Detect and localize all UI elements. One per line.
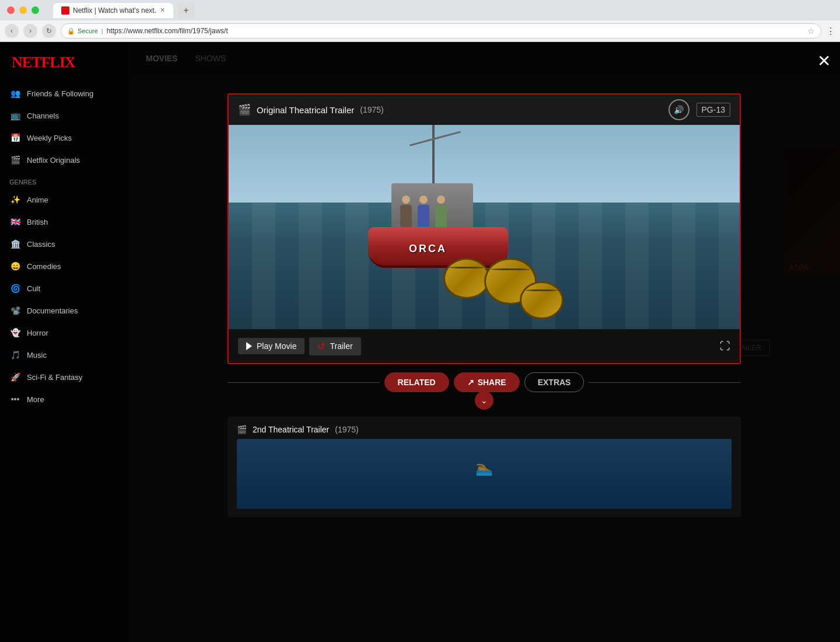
new-tab-button[interactable]: + <box>178 2 194 19</box>
sidebar-label-music: Music <box>27 351 47 360</box>
action-tabs: RELATED ↗ SHARE EXTRAS ⌄ <box>228 364 741 400</box>
trailer-button[interactable]: ↺ Trailer <box>309 337 360 355</box>
sidebar-item-classics[interactable]: 🏛️ Classics <box>0 233 128 254</box>
sidebar-label-originals: Netflix Originals <box>27 156 80 165</box>
second-trailer-title: 🎬 2nd Theatrical Trailer (1975) <box>237 425 732 434</box>
fullscreen-button[interactable]: ⛶ <box>720 340 730 353</box>
classics-icon: 🏛️ <box>9 238 21 250</box>
sidebar-item-comedies[interactable]: 😄 Comedies <box>0 256 128 277</box>
boat-hull: ORCA <box>368 227 508 268</box>
sidebar: NETFLIX 👥 Friends & Following 📺 Channels… <box>0 42 128 642</box>
swimmer-scene: 🏊 <box>237 439 732 509</box>
browser-titlebar: Netflix | Watch what's next. ✕ + <box>0 0 840 20</box>
friends-icon: 👥 <box>9 88 21 99</box>
rating-badge: PG-13 <box>696 103 730 117</box>
sidebar-item-scifi[interactable]: 🚀 Sci-Fi & Fantasy <box>0 367 128 388</box>
barrel-1 <box>443 258 490 299</box>
sidebar-label-classics: Classics <box>27 240 55 249</box>
music-icon: 🎵 <box>9 349 21 361</box>
sidebar-item-anime[interactable]: ✨ Anime <box>0 189 128 210</box>
second-trailer-year: (1975) <box>335 425 358 434</box>
sidebar-nav: 👥 Friends & Following 📺 Channels 📅 Weekl… <box>0 83 128 410</box>
close-button[interactable]: ✕ <box>817 51 831 71</box>
share-tab[interactable]: ↗ SHARE <box>454 372 520 392</box>
comedies-icon: 😄 <box>9 260 21 272</box>
sidebar-item-music[interactable]: 🎵 Music <box>0 344 128 365</box>
sidebar-label-scifi: Sci-Fi & Fantasy <box>27 373 82 382</box>
volume-button[interactable]: 🔊 <box>668 99 690 120</box>
left-divider <box>228 382 380 383</box>
documentaries-icon: 📽️ <box>9 305 21 316</box>
second-trailer-preview[interactable]: 🏊 <box>237 439 732 509</box>
trailer-label: Trailer <box>330 341 352 351</box>
player-controls: Play Movie ↺ Trailer ⛶ <box>229 329 740 363</box>
main-area: MOVIES SHOWS ATOR TRAILER ✕ 🎬 <box>128 42 840 642</box>
sidebar-item-channels[interactable]: 📺 Channels <box>0 105 128 126</box>
sidebar-item-weekly[interactable]: 📅 Weekly Picks <box>0 127 128 148</box>
tab-close-icon[interactable]: ✕ <box>160 6 165 14</box>
boat-name: ORCA <box>409 243 447 255</box>
sidebar-label-more: More <box>27 395 44 404</box>
video-player: 🎬 Original Theatrical Trailer (1975) 🔊 P… <box>228 93 741 364</box>
british-icon: 🇬🇧 <box>9 216 21 228</box>
browser-tab[interactable]: Netflix | Watch what's next. ✕ <box>53 3 173 18</box>
more-icon: ••• <box>9 393 21 405</box>
extras-tab[interactable]: EXTRAS <box>524 372 584 392</box>
minimize-dot[interactable] <box>19 6 27 14</box>
sidebar-item-horror[interactable]: 👻 Horror <box>0 322 128 343</box>
netflix-logo: NETFLIX <box>0 54 128 83</box>
address-bar: ‹ › ↻ 🔒 Secure | https://www.netflix.com… <box>0 20 840 41</box>
video-scene: ORCA <box>229 125 740 329</box>
forward-button[interactable]: › <box>23 24 37 38</box>
address-field[interactable]: 🔒 Secure | https://www.netflix.com/film/… <box>61 23 821 39</box>
sidebar-item-british[interactable]: 🇬🇧 British <box>0 211 128 232</box>
originals-icon: 🎬 <box>9 154 21 166</box>
browser-chrome: Netflix | Watch what's next. ✕ + ‹ › ↻ 🔒… <box>0 0 840 42</box>
boat-container: ORCA <box>356 151 520 268</box>
barrel-3 <box>520 281 564 319</box>
sidebar-label-comedies: Comedies <box>27 262 61 271</box>
video-modal: 🎬 Original Theatrical Trailer (1975) 🔊 P… <box>228 93 741 517</box>
sidebar-item-friends[interactable]: 👥 Friends & Following <box>0 83 128 104</box>
sidebar-label-weekly: Weekly Picks <box>27 134 72 142</box>
related-tab[interactable]: RELATED <box>384 372 449 392</box>
expand-button[interactable]: ⌄ <box>475 391 494 410</box>
play-movie-button[interactable]: Play Movie <box>238 338 304 354</box>
url-text: https://www.netflix.com/film/1975/jaws/t <box>107 27 228 35</box>
refresh-icon: ↺ <box>317 341 325 352</box>
play-icon <box>246 342 252 350</box>
swimmer-icon: 🏊 <box>475 460 493 476</box>
tab-title: Netflix | Watch what's next. <box>73 6 156 15</box>
player-right: 🔊 PG-13 <box>668 99 730 120</box>
back-button[interactable]: ‹ <box>5 24 19 38</box>
sidebar-item-cult[interactable]: 🌀 Cult <box>0 278 128 299</box>
second-trailer: 🎬 2nd Theatrical Trailer (1975) 🏊 <box>228 417 741 517</box>
maximize-dot[interactable] <box>32 6 39 14</box>
secure-icon: 🔒 <box>67 27 75 35</box>
refresh-button[interactable]: ↻ <box>42 24 56 38</box>
player-title-area: 🎬 Original Theatrical Trailer (1975) <box>238 103 384 116</box>
scifi-icon: 🚀 <box>9 371 21 383</box>
sidebar-item-originals[interactable]: 🎬 Netflix Originals <box>0 149 128 170</box>
sidebar-label-friends: Friends & Following <box>27 89 93 98</box>
close-dot[interactable] <box>7 6 15 14</box>
cult-icon: 🌀 <box>9 282 21 294</box>
video-frame: ORCA <box>229 125 740 329</box>
person-3 <box>435 205 447 228</box>
film-icon: 🎬 <box>238 103 251 116</box>
bookmark-icon[interactable]: ☆ <box>807 26 815 36</box>
anime-icon: ✨ <box>9 194 21 205</box>
player-top-bar: 🎬 Original Theatrical Trailer (1975) 🔊 P… <box>229 95 740 125</box>
boat-mast <box>432 125 435 186</box>
browser-menu-icon[interactable]: ⋮ <box>826 26 835 37</box>
pipe-separator: | <box>102 27 103 34</box>
genres-label: Genres <box>0 172 128 188</box>
sidebar-label-cult: Cult <box>27 284 40 293</box>
sidebar-label-horror: Horror <box>27 329 48 337</box>
app-content: NETFLIX 👥 Friends & Following 📺 Channels… <box>0 42 840 642</box>
second-trailer-film-icon: 🎬 <box>237 425 247 434</box>
player-year: (1975) <box>360 105 383 114</box>
sidebar-item-more[interactable]: ••• More <box>0 389 128 410</box>
sidebar-item-documentaries[interactable]: 📽️ Documentaries <box>0 300 128 321</box>
sidebar-label-documentaries: Documentaries <box>27 306 78 315</box>
